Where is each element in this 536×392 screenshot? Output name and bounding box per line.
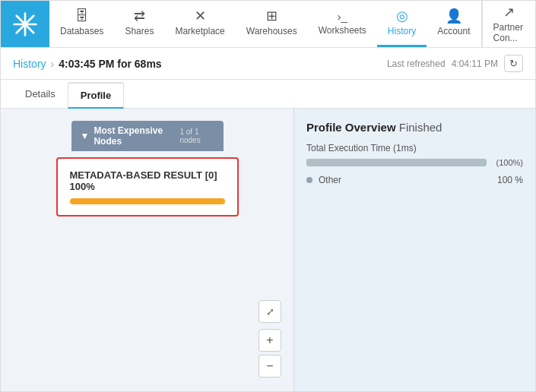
breadcrumb-history-link[interactable]: History (13, 58, 46, 70)
marketplace-icon: ✕ (195, 9, 206, 23)
exec-bar (306, 159, 487, 166)
other-dot (306, 177, 312, 183)
top-navigation: 🗄 Databases ⇄ Shares ✕ Marketplace ⊞ War… (1, 1, 535, 48)
refresh-button[interactable]: ↻ (504, 55, 523, 72)
topnav-right: ↗ Partner Con... (481, 1, 535, 47)
zoom-controls: ⤢ + − (258, 300, 281, 378)
nav-label-shares: Shares (125, 26, 154, 36)
breadcrumb-bar: History › 4:03:45 PM for 68ms Last refre… (1, 48, 535, 80)
last-refreshed-label: Last refreshed (387, 58, 446, 69)
tab-details[interactable]: Details (13, 82, 68, 107)
nav-label-account: Account (437, 26, 470, 36)
history-icon: ◎ (396, 9, 408, 23)
worksheets-icon: ›_ (338, 11, 347, 22)
zoom-in-button[interactable]: + (258, 329, 281, 352)
nav-item-warehouses[interactable]: ⊞ Warehouses (236, 1, 308, 47)
shares-icon: ⇄ (134, 9, 145, 23)
exec-bar-row: (100%) (306, 158, 523, 167)
node-header-title: Most Expensive Nodes (94, 125, 175, 147)
profile-overview-title: Profile Overview Finished (306, 121, 523, 134)
breadcrumb-right: Last refreshed 4:04:11 PM ↻ (387, 55, 523, 72)
node-progress-bar (70, 198, 225, 204)
tab-profile[interactable]: Profile (68, 82, 124, 109)
left-panel: ▼ Most Expensive Nodes 1 of 1 nodes META… (1, 109, 293, 392)
node-card[interactable]: METADATA-BASED RESULT [0] 100% (56, 157, 239, 217)
nav-label-warehouses: Warehouses (246, 26, 297, 36)
nav-label-history: History (388, 26, 416, 36)
profile-status: Finished (399, 121, 442, 134)
nav-item-partner-connect[interactable]: ↗ Partner Con... (482, 1, 535, 47)
other-label: Other (319, 175, 487, 185)
nav-item-shares[interactable]: ⇄ Shares (114, 1, 164, 47)
nav-item-account[interactable]: 👤 Account (427, 1, 480, 47)
expand-button[interactable]: ⤢ (258, 300, 281, 323)
node-header: ▼ Most Expensive Nodes 1 of 1 nodes (71, 121, 224, 151)
nav-item-history[interactable]: ◎ History (377, 1, 427, 47)
partner-connect-icon: ↗ (503, 5, 515, 19)
snowflake-icon (11, 11, 39, 38)
nav-item-worksheets[interactable]: ›_ Worksheets (308, 1, 377, 47)
breadcrumb-left: History › 4:03:45 PM for 68ms (13, 58, 162, 70)
logo[interactable] (1, 1, 49, 47)
node-header-arrow: ▼ (81, 131, 90, 141)
svg-point-5 (23, 22, 27, 26)
other-pct: 100 % (493, 175, 523, 185)
other-row: Other 100 % (306, 175, 523, 185)
main-content: ▼ Most Expensive Nodes 1 of 1 nodes META… (1, 109, 535, 392)
nav-item-databases[interactable]: 🗄 Databases (49, 1, 114, 47)
node-header-sub: 1 of 1 nodes (179, 128, 214, 144)
breadcrumb-title: 4:03:45 PM for 68ms (59, 58, 161, 70)
databases-icon: 🗄 (75, 9, 89, 23)
account-icon: 👤 (446, 9, 462, 23)
nav-label-marketplace: Marketplace (175, 26, 224, 36)
warehouses-icon: ⊞ (266, 9, 278, 23)
nav-label-databases: Databases (60, 26, 103, 36)
zoom-out-button[interactable]: − (258, 355, 281, 378)
nav-item-marketplace[interactable]: ✕ Marketplace (164, 1, 235, 47)
exec-bar-pct: (100%) (493, 158, 523, 167)
breadcrumb-separator: › (51, 58, 55, 70)
tabs-bar: Details Profile (1, 80, 535, 109)
node-card-title: METADATA-BASED RESULT [0] 100% (70, 169, 225, 192)
nav-items: 🗄 Databases ⇄ Shares ✕ Marketplace ⊞ War… (49, 1, 481, 47)
nav-label-partner-connect: Partner Con... (493, 22, 525, 43)
right-panel: Profile Overview Finished Total Executio… (293, 109, 535, 392)
nav-label-worksheets: Worksheets (319, 25, 366, 36)
exec-time-label: Total Execution Time (1ms) (306, 143, 523, 153)
last-refreshed-time: 4:04:11 PM (452, 58, 498, 69)
